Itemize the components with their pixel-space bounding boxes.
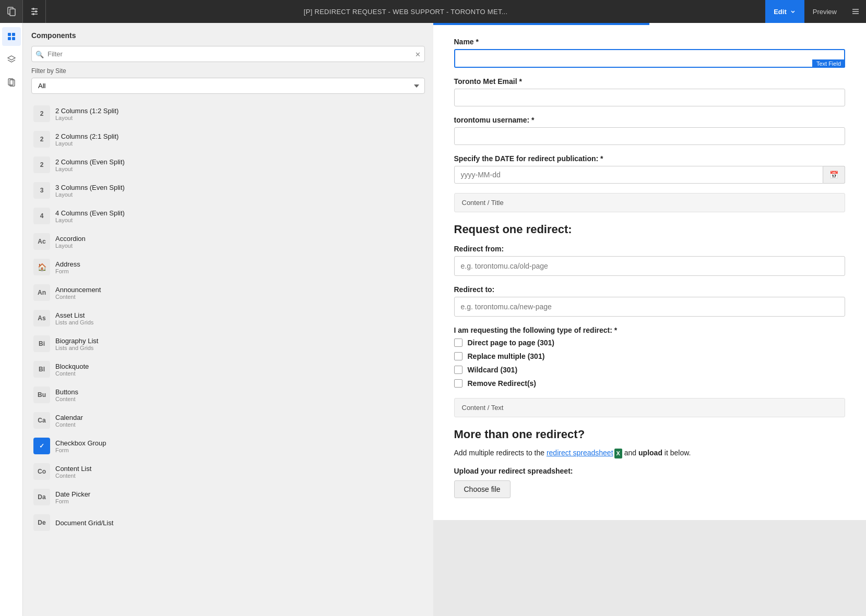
list-item[interactable]: 2 2 Columns (1:2 Split) Layout <box>31 101 425 127</box>
list-item[interactable]: 4 4 Columns (Even Split) Layout <box>31 203 425 229</box>
edit-button[interactable]: Edit <box>765 0 804 23</box>
search-icon: 🔍 <box>35 50 44 58</box>
preview-button[interactable]: Preview <box>804 0 845 23</box>
component-name: Buttons <box>55 388 78 396</box>
component-name: 2 Columns (2:1 Split) <box>55 132 118 140</box>
edit-label: Edit <box>774 8 787 16</box>
email-input[interactable] <box>454 89 846 106</box>
type-field-group: I am requesting the following type of re… <box>454 326 846 388</box>
list-item[interactable]: Ac Accordion Layout <box>31 229 425 255</box>
redirect-to-label: Redirect to: <box>454 285 846 294</box>
calendar-button[interactable]: 📅 <box>823 166 845 184</box>
component-type: Content <box>55 396 78 402</box>
list-item[interactable]: ✓ Checkbox Group Form <box>31 433 425 459</box>
checkbox-item-301direct[interactable]: Direct page to page (301) <box>454 339 846 347</box>
component-type: Form <box>55 447 106 453</box>
list-item[interactable]: 3 3 Columns (Even Split) Layout <box>31 178 425 203</box>
svg-point-7 <box>32 13 34 15</box>
list-item[interactable]: Da Date Picker Form <box>31 485 425 510</box>
component-type: Form <box>55 268 80 274</box>
name-input-wrapper: Text Field <box>454 49 846 68</box>
filter-site-label: Filter by Site <box>31 67 425 75</box>
email-field-group: Toronto Met Email * <box>454 77 846 106</box>
date-label: Specify the DATE for redirect publicatio… <box>454 154 846 163</box>
component-name: Accordion <box>55 235 86 243</box>
section-divider-1: Content / Title <box>454 193 846 212</box>
badge-address: 🏠 <box>33 259 50 275</box>
upload-field-group: Upload your redirect spreadsheet: Choose… <box>454 467 846 498</box>
list-item[interactable]: Ca Calendar Content <box>31 408 425 433</box>
checkbox-replace[interactable] <box>454 352 462 360</box>
checkbox-item-wildcard[interactable]: Wildcard (301) <box>454 366 846 374</box>
menu-button[interactable] <box>845 0 866 23</box>
list-item[interactable]: Bu Buttons Content <box>31 382 425 408</box>
page-title: [P] REDIRECT REQUEST - WEB SUPPORT - TOR… <box>46 8 765 16</box>
checkbox-label-301direct: Direct page to page (301) <box>468 339 555 347</box>
choose-file-button[interactable]: Choose file <box>454 480 511 498</box>
date-row: 📅 <box>454 166 846 184</box>
list-item[interactable]: 2 2 Columns (2:1 Split) Layout <box>31 127 425 152</box>
list-item[interactable]: 🏠 Address Form <box>31 255 425 280</box>
component-name: Blockquote <box>55 363 89 370</box>
component-name: 3 Columns (Even Split) <box>55 184 125 191</box>
date-field-group: Specify the DATE for redirect publicatio… <box>454 154 846 184</box>
redirect-to-input[interactable] <box>454 297 846 317</box>
pages-icon-btn[interactable] <box>2 73 21 92</box>
more-text-and: and <box>622 449 638 457</box>
checkbox-wildcard[interactable] <box>454 366 462 374</box>
component-name: Announcement <box>55 286 101 294</box>
checkbox-301direct[interactable] <box>454 339 462 347</box>
component-type: Content <box>55 473 91 479</box>
checkbox-group: Direct page to page (301) Replace multip… <box>454 339 846 388</box>
filter-site-select[interactable]: All <box>31 78 425 94</box>
name-input[interactable] <box>454 49 846 68</box>
badge-announcement: An <box>33 284 50 301</box>
component-type: Layout <box>55 140 118 147</box>
list-item[interactable]: 2 2 Columns (Even Split) Layout <box>31 152 425 178</box>
svg-point-5 <box>32 8 34 10</box>
checkbox-item-remove[interactable]: Remove Redirect(s) <box>454 379 846 388</box>
list-item[interactable]: An Announcement Content <box>31 280 425 306</box>
svg-point-6 <box>35 10 37 13</box>
components-icon-btn[interactable] <box>2 27 21 46</box>
redirect-from-input[interactable] <box>454 256 846 276</box>
redirect-from-group: Redirect from: <box>454 245 846 276</box>
badge-2coleven: 2 <box>33 156 50 173</box>
date-input[interactable] <box>454 166 824 184</box>
more-text-before: Add multiple redirects to the <box>454 449 547 457</box>
component-name: Biography List <box>55 337 98 345</box>
list-item[interactable]: De Document Grid/List <box>31 510 425 536</box>
text-field-badge: Text Field <box>812 59 845 68</box>
main-layout: Components 🔍 ✕ Filter by Site All 2 2 Co… <box>0 23 866 616</box>
list-item[interactable]: As Asset List Lists and Grids <box>31 306 425 331</box>
pages-icon[interactable] <box>0 0 23 23</box>
badge-accordion: Ac <box>33 233 50 250</box>
filter-input[interactable] <box>31 46 425 62</box>
component-name: 2 Columns (Even Split) <box>55 158 125 166</box>
checkbox-item-replace[interactable]: Replace multiple (301) <box>454 352 846 360</box>
redirect-spreadsheet-link[interactable]: redirect spreadsheet <box>547 449 613 457</box>
badge-datepicker: Da <box>33 489 50 505</box>
svg-marker-15 <box>8 56 15 60</box>
component-type: Content <box>55 421 83 428</box>
component-type: Lists and Grids <box>55 345 98 351</box>
badge-2col21: 2 <box>33 131 50 148</box>
list-item[interactable]: Bi Biography List Lists and Grids <box>31 331 425 357</box>
clear-filter-icon[interactable]: ✕ <box>415 50 421 58</box>
list-item[interactable]: Co Content List Content <box>31 459 425 485</box>
component-type: Layout <box>55 217 125 223</box>
svg-rect-1 <box>10 9 15 16</box>
sidebar-icon-rail <box>0 23 23 616</box>
component-type: Content <box>55 294 101 300</box>
sliders-icon[interactable] <box>23 0 46 23</box>
layers-icon-btn[interactable] <box>2 50 21 69</box>
component-type: Layout <box>55 166 125 172</box>
component-list: 2 2 Columns (1:2 Split) Layout 2 2 Colum… <box>31 101 425 608</box>
list-item[interactable]: Bl Blockquote Content <box>31 357 425 382</box>
sidebar: Components 🔍 ✕ Filter by Site All 2 2 Co… <box>0 23 433 616</box>
checkbox-remove[interactable] <box>454 379 462 388</box>
component-type: Form <box>55 498 90 504</box>
badge-contentlist: Co <box>33 463 50 480</box>
form-inner: Name * Text Field Toronto Met Email * to… <box>433 25 867 520</box>
username-input[interactable] <box>454 127 846 145</box>
